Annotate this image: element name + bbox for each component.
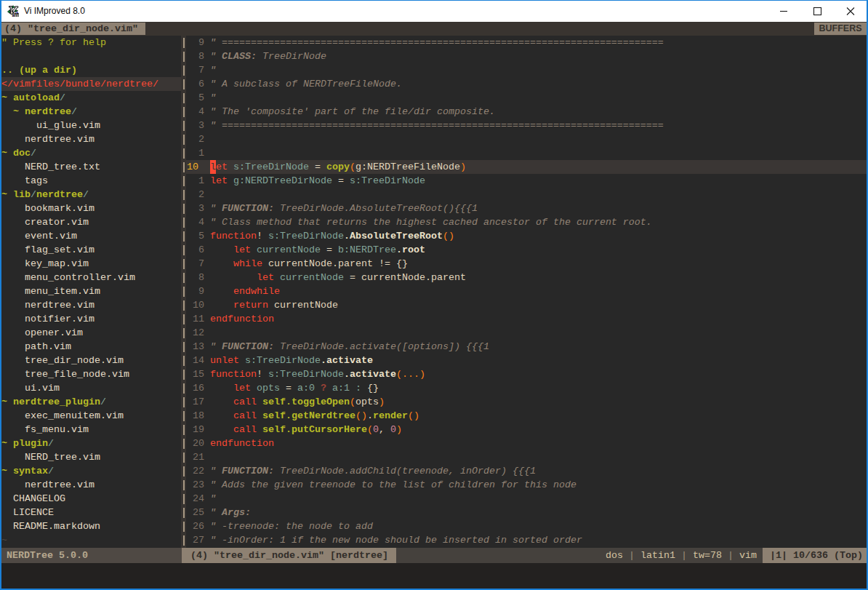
svg-text:im: im — [12, 11, 19, 17]
